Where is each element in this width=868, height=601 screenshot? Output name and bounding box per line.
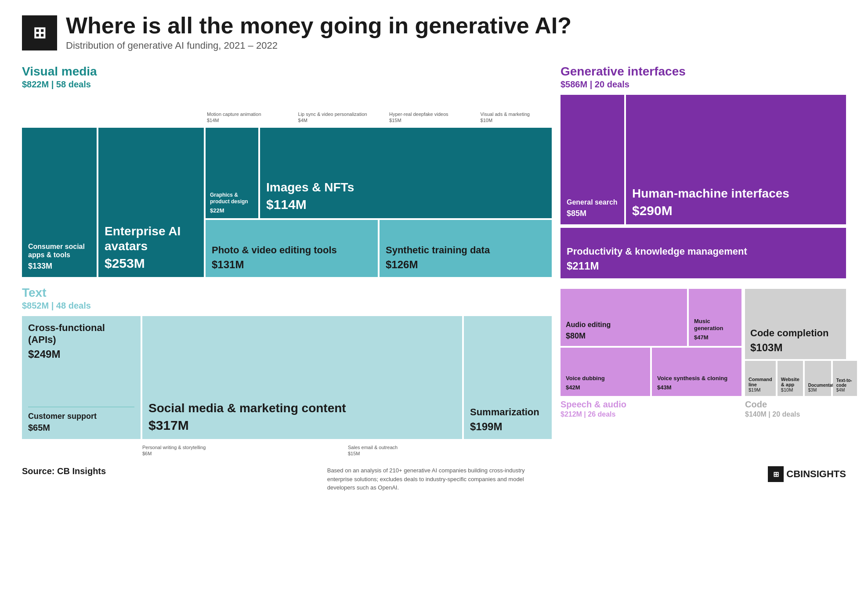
voice-synthesis-block: Voice synthesis & cloning $43M	[652, 348, 741, 396]
code-section-title: Code	[745, 399, 846, 410]
code-small-row: Command line $19M Website & app $10M Doc…	[745, 361, 846, 396]
hyper-real-annot: Hyper-real deepfake videos $15M	[387, 111, 478, 124]
page-header: ⊞ Where is all the money going in genera…	[22, 13, 846, 51]
footer-note: Based on an analysis of 210+ generative …	[327, 466, 547, 492]
cmdline-block: Command line $19M	[745, 361, 776, 396]
visual-media-stats: $822M | 58 deals	[22, 79, 552, 90]
website-block: Website & app $10M	[778, 361, 803, 396]
hmi-block: Human-machine interfaces $290M	[626, 95, 846, 224]
graphics-block: Graphics & product design $22M	[206, 128, 258, 218]
footer-logo: ⊞ CBINSIGHTS	[768, 466, 846, 482]
speech-panel: Audio editing $80M Music generation $47M…	[561, 289, 741, 420]
vm-right-bottom: Photo & video editing tools $131M Synthe…	[206, 220, 552, 277]
visual-ads-annot: Visual ads & marketing $10M	[478, 111, 552, 124]
right-panel: Generative interfaces $586M | 20 deals G…	[561, 65, 846, 457]
consumer-block: Consumer social apps & tools $133M	[22, 128, 97, 277]
social-media-block: Social media & marketing content $317M	[142, 316, 462, 439]
text-to-code-block: Text-to-code $4M	[833, 361, 857, 396]
cb-logo-icon: ⊞	[33, 24, 46, 42]
vm-right-top: Graphics & product design $22M Images & …	[206, 128, 552, 218]
sa-top: Audio editing $80M Music generation $47M	[561, 289, 741, 346]
customer-support-block: Customer support $65M	[28, 407, 134, 433]
vm-annotations: Motion capture animation $14M Lip sync &…	[22, 95, 552, 123]
voice-dubbing-block: Voice dubbing $42M	[561, 348, 650, 396]
lip-sync-annot: Lip sync & video personalization $4M	[296, 111, 387, 124]
images-block: Images & NFTs $114M	[260, 128, 552, 218]
code-footer: Code $140M | 20 deals	[745, 399, 846, 418]
code-panel: Code completion $103M Command line $19M …	[745, 289, 846, 420]
vm-right-cluster: Graphics & product design $22M Images & …	[206, 128, 552, 277]
sa-bottom: Voice dubbing $42M Voice synthesis & clo…	[561, 348, 741, 396]
subtitle: Distribution of generative AI funding, 2…	[66, 40, 571, 51]
cross-functional-block: Cross-functional (APIs) $249M Customer s…	[22, 316, 141, 439]
text-section-title: Text	[22, 286, 552, 300]
text-annotations: Personal writing & storytelling $6M Sale…	[22, 444, 552, 457]
text-blocks: Cross-functional (APIs) $249M Customer s…	[22, 316, 552, 439]
speech-title: Speech & audio	[561, 399, 741, 410]
music-gen-block: Music generation $47M	[689, 289, 741, 346]
text-stats: $852M | 48 deals	[22, 301, 552, 311]
visual-media-blocks: Consumer social apps & tools $133M Enter…	[22, 128, 552, 277]
productivity-block: Productivity & knowledge management $211…	[561, 228, 846, 278]
footer: Source: CB Insights Based on an analysis…	[22, 466, 846, 492]
gi-header: Generative interfaces $586M | 20 deals	[561, 65, 846, 90]
main-title: Where is all the money going in generati…	[66, 13, 571, 38]
footer-source: Source: CB Insights	[22, 466, 106, 476]
speech-footer: Speech & audio $212M | 26 deals	[561, 399, 741, 418]
footer-logo-icon: ⊞	[768, 466, 784, 482]
footer-logo-text: CBINSIGHTS	[786, 468, 846, 480]
enterprise-block: Enterprise AI avatars $253M	[98, 128, 204, 277]
personal-writing-annot: Personal writing & storytelling $6M	[141, 444, 346, 457]
speech-stats: $212M | 26 deals	[561, 410, 741, 418]
left-panel: Visual media $822M | 58 deals Motion cap…	[22, 65, 552, 457]
cb-logo-box: ⊞	[22, 15, 57, 50]
summarization-block: Summarization $199M	[464, 316, 552, 439]
photo-block: Photo & video editing tools $131M	[206, 220, 378, 277]
gi-title: Generative interfaces	[561, 65, 846, 79]
gi-main-row: General search $85M Human-machine interf…	[561, 95, 846, 224]
main-content: Visual media $822M | 58 deals Motion cap…	[22, 65, 846, 457]
code-stats: $140M | 20 deals	[745, 410, 846, 418]
text-header: Text $852M | 48 deals	[22, 286, 552, 311]
motion-capture-annot: Motion capture animation $14M	[204, 111, 296, 124]
audio-editing-block: Audio editing $80M	[561, 289, 687, 346]
bottom-panels: Audio editing $80M Music generation $47M…	[561, 289, 846, 420]
visual-media-title: Visual media	[22, 65, 552, 79]
gi-stats: $586M | 20 deals	[561, 79, 846, 90]
visual-media-header: Visual media $822M | 58 deals	[22, 65, 552, 90]
synthetic-block: Synthetic training data $126M	[380, 220, 552, 277]
general-search-block: General search $85M	[561, 95, 624, 224]
code-completion-block: Code completion $103M	[745, 289, 846, 359]
sales-email-annot: Sales email & outreach $15M	[346, 444, 552, 457]
documentation-block: Documentation $3M	[805, 361, 831, 396]
header-text: Where is all the money going in generati…	[66, 13, 571, 51]
